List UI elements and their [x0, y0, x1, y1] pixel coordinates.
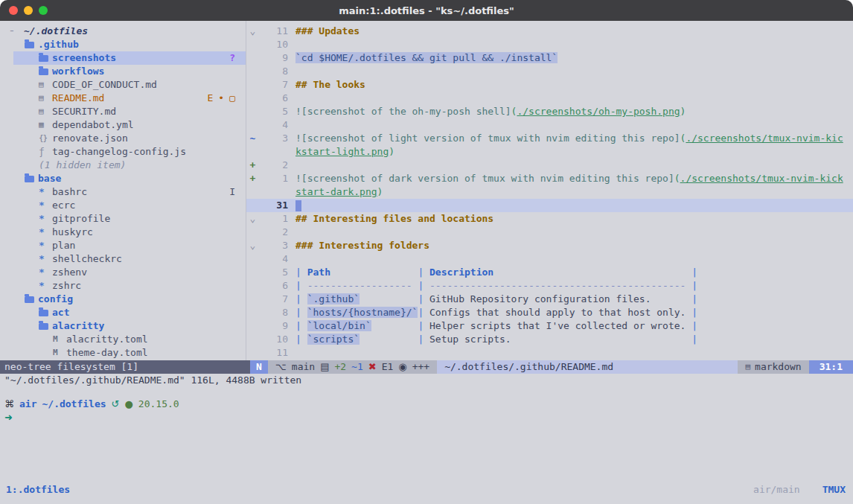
tree-item-label: .github — [38, 38, 79, 51]
line-number: 5 — [259, 105, 288, 118]
fold-open-icon[interactable]: ⌄ — [246, 25, 259, 38]
gutter: 4 — [246, 252, 288, 266]
sync-icon: ↺ — [112, 398, 120, 411]
zoom-window-button[interactable] — [39, 6, 48, 15]
line-content: `cd $HOME/.dotfiles && git pull && ./ins… — [295, 51, 558, 65]
sign-column — [246, 145, 259, 159]
editor-buffer[interactable]: ⌄11### Updates109`cd $HOME/.dotfiles && … — [246, 21, 853, 360]
lines-icon: ◉ — [398, 360, 406, 374]
tree-item-act[interactable]: act — [0, 306, 246, 319]
folder-icon — [25, 42, 38, 48]
diff-icon: ▤ — [320, 360, 329, 374]
tree-item-plan[interactable]: *plan — [0, 239, 246, 252]
line-content: ![screenshot of dark version of tmux wit… — [295, 172, 843, 185]
sign-column — [246, 252, 259, 266]
line-number — [259, 145, 288, 159]
tree-item-1-hidden-item[interactable]: (1 hidden item) — [0, 159, 246, 172]
branch-icon: ⌥ — [275, 360, 287, 374]
tree-item-code-of-conduct-md[interactable]: ▤CODE_OF_CONDUCT.md — [0, 78, 246, 92]
status-row: neo-tree filesystem [1] N ⌥main▤+2~1✖E1◉… — [0, 360, 853, 374]
tree-item-alacritty[interactable]: alacritty — [0, 319, 246, 333]
line-content: ## Interesting files and locations — [295, 212, 493, 226]
editor-line[interactable]: 31 — [246, 199, 853, 212]
folder-icon — [39, 310, 52, 316]
gutter: ~3 — [246, 132, 288, 145]
folder-icon — [39, 68, 52, 75]
tree-item-bashrc[interactable]: *bashrcI — [0, 185, 246, 199]
filetype-segment: ▤ markdown — [738, 360, 808, 374]
tree-item-ecrc[interactable]: *ecrc — [0, 199, 246, 212]
window-title: main:1:.dotfiles - "ks~/.dotfiles" — [339, 5, 514, 16]
tree-item-zshenv[interactable]: *zshenv — [0, 266, 246, 279]
editor-line[interactable]: ~3![screenshot of light version of tmux … — [246, 132, 853, 145]
editor-line[interactable]: 5![screenshot of the oh-my-posh shell](.… — [246, 105, 853, 118]
fold-open-icon[interactable]: ⌄ — [246, 239, 259, 252]
editor-line[interactable]: 6| ------------------ | ----------------… — [246, 279, 853, 293]
tree-item-screenshots[interactable]: screenshots? — [0, 51, 246, 65]
sign-column — [246, 199, 259, 212]
tree-item-tag-changelog-config-js[interactable]: ƒtag-changelog-config.js — [0, 145, 246, 159]
editor-line[interactable]: 11 — [246, 346, 853, 360]
gutter — [246, 145, 288, 159]
tree-item-config[interactable]: config — [0, 293, 246, 306]
link-url: kstart-light.png — [295, 146, 389, 157]
editor-line[interactable]: kstart-light.png) — [246, 145, 853, 159]
tree-item-dotfiles[interactable]: ╴~/.dotfiles — [0, 25, 246, 38]
text-token: air — [19, 398, 36, 411]
shell-icon: * — [39, 226, 52, 239]
tree-item-label: alacritty — [52, 319, 104, 333]
shell-icon: * — [39, 185, 52, 199]
tree-item-huskyrc[interactable]: *huskyrc — [0, 226, 246, 239]
editor-line[interactable]: start-dark.png) — [246, 185, 853, 199]
editor-line[interactable]: 9`cd $HOME/.dotfiles && git pull && ./in… — [246, 51, 853, 65]
tree-item-label: dependabot.yml — [52, 118, 134, 132]
line-content: ![screenshot of light version of tmux wi… — [295, 132, 843, 145]
tree-item-dependabot-yml[interactable]: ▦dependabot.yml — [0, 118, 246, 132]
editor-line[interactable]: 2 — [246, 226, 853, 239]
tree-item-shellcheckrc[interactable]: *shellcheckrc — [0, 252, 246, 266]
gutter: 6 — [246, 92, 288, 105]
editor-line[interactable]: +2 — [246, 159, 853, 172]
editor-line[interactable]: +1![screenshot of dark version of tmux w… — [246, 172, 853, 185]
tree-item-label: (1 hidden item) — [39, 159, 126, 172]
editor-line[interactable]: 8| `hosts/{hostname}/`| Configs that sho… — [246, 306, 853, 319]
tmux-window-tab[interactable]: 1:.dotfiles — [6, 484, 70, 495]
shell-icon: * — [39, 266, 52, 279]
editor-line[interactable]: 8 — [246, 65, 853, 78]
dash-icon: ╴ — [10, 25, 24, 38]
editor-line[interactable]: ⌄1## Interesting files and locations — [246, 212, 853, 226]
tree-item-github[interactable]: .github — [0, 38, 246, 51]
sign-column — [246, 51, 259, 65]
tree-item-base[interactable]: base — [0, 172, 246, 185]
tree-item-gitprofile[interactable]: *gitprofile — [0, 212, 246, 226]
editor-line[interactable]: 9| `local/bin` | Helper scripts that I'v… — [246, 319, 853, 333]
editor-line[interactable]: 6 — [246, 92, 853, 105]
editor-line[interactable]: 10 — [246, 38, 853, 51]
fold-open-icon[interactable]: ⌄ — [246, 212, 259, 226]
editor-line[interactable]: ⌄11### Updates — [246, 25, 853, 38]
close-window-button[interactable] — [9, 6, 18, 15]
tree-item-workflows[interactable]: workflows — [0, 65, 246, 78]
tree-item-theme-day-toml[interactable]: Mtheme-day.toml — [0, 346, 246, 360]
editor-line[interactable]: 5| Path | Description | — [246, 266, 853, 279]
editor-line[interactable]: 7| `.github` | GitHub Repository configu… — [246, 293, 853, 306]
modified-dot-badge: • — [218, 92, 224, 105]
tree-item-zshrc[interactable]: *zshrc — [0, 279, 246, 293]
tree-item-label: README.md — [52, 92, 104, 105]
tree-item-security-md[interactable]: ▤SECURITY.md — [0, 105, 246, 118]
folder-icon — [25, 176, 38, 182]
editor-line[interactable]: 4 — [246, 252, 853, 266]
tree-item-renovate-json[interactable]: {}renovate.json — [0, 132, 246, 145]
tree-item-alacritty-toml[interactable]: Malacritty.toml — [0, 333, 246, 346]
sign-column — [246, 92, 259, 105]
editor-line[interactable]: 7## The looks — [246, 78, 853, 92]
link-url: ./screenshots/tmux-nvim-kic — [686, 133, 843, 144]
editor-line[interactable]: 10| `scripts` | Setup scripts. | — [246, 333, 853, 346]
tree-item-readme-md[interactable]: ▤README.mdE•▢ — [0, 92, 246, 105]
editor-line[interactable]: ⌄3### Interesting folders — [246, 239, 853, 252]
gutter: 5 — [246, 105, 288, 118]
editor-line[interactable]: 4 — [246, 118, 853, 132]
minimize-window-button[interactable] — [24, 6, 33, 15]
gutter: 4 — [246, 118, 288, 132]
sign-column — [246, 118, 259, 132]
